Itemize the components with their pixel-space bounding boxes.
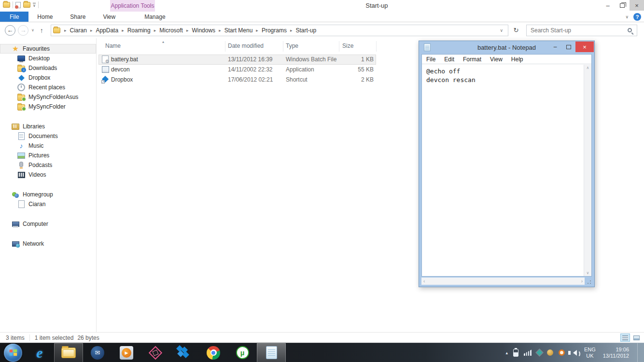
sidebar-item-mysyncfolder[interactable]: MySyncFolder <box>0 102 96 111</box>
address-box[interactable]: ▸ Ciaran ▸ AppData ▸ Roaming ▸ Microsoft… <box>51 25 508 36</box>
breadcrumb-segment[interactable]: Start-up <box>295 27 316 34</box>
breadcrumb-segment[interactable]: Windows <box>192 27 215 34</box>
sidebar-item-videos[interactable]: Videos <box>0 170 96 180</box>
clock[interactable]: 19:06 13/11/2012 <box>603 347 629 359</box>
address-dropdown-icon[interactable]: ∨ <box>497 28 506 33</box>
search-icon[interactable] <box>628 28 632 32</box>
sidebar-item-mysyncfolderasus[interactable]: MySyncFolderAsus <box>0 92 96 102</box>
taskbar-chrome[interactable] <box>199 343 228 362</box>
taskbar-media-player[interactable]: ▶ <box>112 343 141 362</box>
menu-format[interactable]: Format <box>459 56 486 63</box>
language-indicator[interactable]: ENG UK <box>584 347 596 359</box>
sort-ascending-icon[interactable]: ▴ <box>162 40 164 44</box>
breadcrumb: ▸ Ciaran ▸ AppData ▸ Roaming ▸ Microsoft… <box>64 27 497 34</box>
new-folder-icon[interactable] <box>23 2 30 8</box>
thumbnails-view-button[interactable] <box>631 334 641 342</box>
tray-app-icon-ring[interactable] <box>559 349 565 356</box>
tab-file[interactable]: File <box>0 12 28 22</box>
menu-file[interactable]: File <box>422 56 440 63</box>
sidebar-item-libraries[interactable]: Libraries <box>0 122 96 131</box>
customize-toolbar-icon[interactable]: ∨ <box>33 3 36 7</box>
network-signal-icon[interactable] <box>524 349 532 356</box>
battery-icon[interactable] <box>513 349 518 357</box>
start-button[interactable] <box>4 344 22 362</box>
sidebar-item-downloads[interactable]: ↓Downloads <box>0 63 96 73</box>
column-divider[interactable] <box>376 41 377 52</box>
details-view-button[interactable] <box>620 334 630 342</box>
scroll-up-icon[interactable]: ∧ <box>587 66 589 70</box>
notepad-text-area[interactable]: @echo offdevcon rescan <box>422 65 584 276</box>
sidebar-item-network[interactable]: Network <box>0 239 96 249</box>
column-size[interactable]: Size <box>342 42 353 49</box>
search-box[interactable] <box>526 25 637 36</box>
sidebar-item-desktop[interactable]: Desktop <box>0 54 96 63</box>
taskbar-notepad[interactable] <box>257 343 286 362</box>
help-icon[interactable]: ? <box>633 13 641 21</box>
taskbar-app-pink[interactable] <box>141 343 170 362</box>
scroll-down-icon[interactable]: ∨ <box>587 271 589 275</box>
column-divider[interactable] <box>283 41 283 52</box>
sidebar-item-documents[interactable]: Documents <box>0 131 96 141</box>
notepad-titlebar[interactable]: battery.bat - Notepad – × <box>419 41 594 54</box>
sidebar-item-podcasts[interactable]: Podcasts <box>0 160 96 170</box>
menu-help[interactable]: Help <box>507 56 528 63</box>
file-row-battery-bat[interactable]: ⚙ battery.bat 13/11/2012 16:39 Windows B… <box>98 55 376 65</box>
column-name[interactable]: Name <box>105 42 121 49</box>
tab-manage[interactable]: Manage <box>136 12 174 22</box>
tab-view[interactable]: View <box>94 12 124 22</box>
taskbar-dropbox[interactable] <box>170 343 199 362</box>
tray-app-icon-gold[interactable] <box>547 349 553 356</box>
breadcrumb-segment[interactable]: Programs <box>262 27 287 34</box>
show-desktop-button[interactable] <box>637 343 640 362</box>
file-row-dropbox[interactable]: ↗ Dropbox 17/06/2012 02:21 Shortcut 2 KB <box>98 75 376 85</box>
vertical-scrollbar[interactable]: ∧ ∨ <box>584 65 591 276</box>
column-divider[interactable] <box>339 41 339 52</box>
breadcrumb-segment[interactable]: AppData <box>96 27 118 34</box>
back-button[interactable]: ← <box>5 25 15 36</box>
breadcrumb-segment[interactable]: Ciaran <box>70 27 87 34</box>
refresh-icon[interactable]: ↻ <box>511 27 521 34</box>
volume-icon[interactable] <box>570 350 577 356</box>
taskbar-mail-app[interactable]: ✉ <box>83 343 112 362</box>
scroll-right-icon[interactable]: › <box>581 278 583 284</box>
breadcrumb-segment[interactable]: Roaming <box>127 27 151 34</box>
up-button[interactable]: ↑ <box>40 27 43 34</box>
search-input[interactable] <box>527 27 628 34</box>
breadcrumb-segment[interactable]: Start Menu <box>224 27 253 34</box>
breadcrumb-segment[interactable]: Microsoft <box>159 27 183 34</box>
recent-locations-icon[interactable]: ∨ <box>31 28 34 32</box>
sidebar-item-homegroup[interactable]: Homegroup <box>0 190 96 199</box>
forward-button[interactable]: → <box>18 25 28 36</box>
expand-ribbon-icon[interactable]: ∨ <box>625 14 629 19</box>
sidebar-item-pictures[interactable]: Pictures <box>0 151 96 160</box>
dropbox-tray-icon[interactable] <box>536 349 543 356</box>
column-date-modified[interactable]: Date modified <box>228 42 264 49</box>
properties-icon[interactable] <box>15 2 21 8</box>
scroll-left-icon[interactable]: ‹ <box>423 278 425 284</box>
notepad-maximize-button[interactable] <box>562 42 575 52</box>
minimize-button[interactable]: – <box>601 0 615 11</box>
column-divider[interactable] <box>225 41 225 52</box>
file-row-devcon[interactable]: devcon 14/11/2002 22:32 Application 55 K… <box>98 65 376 75</box>
menu-edit[interactable]: Edit <box>440 56 459 63</box>
tab-home[interactable]: Home <box>28 12 61 22</box>
sidebar-item-favourites[interactable]: ★Favourites <box>0 44 96 54</box>
resize-grip[interactable] <box>586 278 592 285</box>
taskbar-utorrent[interactable]: µ <box>228 343 257 362</box>
menu-view[interactable]: View <box>486 56 507 63</box>
horizontal-scrollbar[interactable]: ‹ › <box>421 278 585 285</box>
sidebar-item-recent-places[interactable]: Recent places <box>0 83 96 92</box>
sidebar-item-dropbox[interactable]: Dropbox <box>0 73 96 83</box>
tab-share[interactable]: Share <box>61 12 94 22</box>
sidebar-item-computer[interactable]: Computer <box>0 219 96 229</box>
taskbar-internet-explorer[interactable]: e <box>25 343 54 362</box>
sidebar-item-music[interactable]: ♪Music <box>0 141 96 151</box>
sidebar-item-ciaran[interactable]: Ciaran <box>0 199 96 209</box>
notepad-close-button[interactable]: × <box>575 42 594 52</box>
notepad-minimize-button[interactable]: – <box>548 42 562 52</box>
column-type[interactable]: Type <box>286 42 298 49</box>
hidden-icons-icon[interactable]: ▴ <box>505 350 508 355</box>
restore-button[interactable] <box>615 0 630 11</box>
close-button[interactable]: × <box>630 0 644 11</box>
taskbar-file-explorer[interactable] <box>54 343 83 362</box>
